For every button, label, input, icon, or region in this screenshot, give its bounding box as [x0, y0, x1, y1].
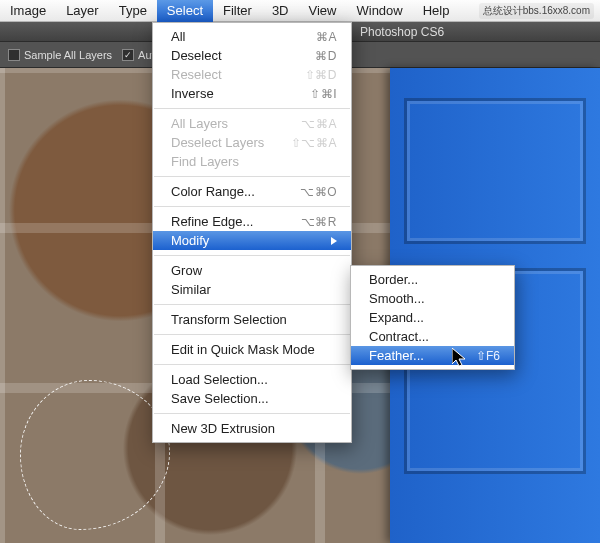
mac-menubar: Image Layer Type Select Filter 3D View W… — [0, 0, 600, 22]
watermark-badge: 总统设计bbs.16xx8.com — [479, 3, 594, 19]
menu-item-label: All Layers — [171, 116, 289, 131]
menu-separator — [154, 413, 350, 414]
menu-item-shortcut: ⇧F6 — [476, 349, 500, 363]
menu-item-grow[interactable]: Grow — [153, 261, 351, 280]
checkbox-box-icon — [8, 49, 20, 61]
menu-item-label: New 3D Extrusion — [171, 421, 337, 436]
menu-item-label: Refine Edge... — [171, 214, 289, 229]
submenu-item-border[interactable]: Border... — [351, 270, 514, 289]
menu-item-label: Reselect — [171, 67, 293, 82]
menubar-item-window[interactable]: Window — [346, 0, 412, 22]
menu-item-modify[interactable]: Modify — [153, 231, 351, 250]
menu-item-load-selection[interactable]: Load Selection... — [153, 370, 351, 389]
menu-item-label: Modify — [171, 233, 323, 248]
checkbox-sample-all-layers[interactable]: Sample All Layers — [8, 49, 112, 61]
menu-item-reselect: Reselect ⇧⌘D — [153, 65, 351, 84]
menubar-item-image[interactable]: Image — [0, 0, 56, 22]
menu-item-deselect-layers: Deselect Layers ⇧⌥⌘A — [153, 133, 351, 152]
menubar-item-select[interactable]: Select — [157, 0, 213, 22]
menu-item-save-selection[interactable]: Save Selection... — [153, 389, 351, 408]
menu-item-label: Color Range... — [171, 184, 288, 199]
menu-item-all[interactable]: All ⌘A — [153, 27, 351, 46]
menu-item-label: Transform Selection — [171, 312, 337, 327]
menu-item-find-layers: Find Layers — [153, 152, 351, 171]
menu-item-transform-selection[interactable]: Transform Selection — [153, 310, 351, 329]
menu-item-quick-mask[interactable]: Edit in Quick Mask Mode — [153, 340, 351, 359]
checkbox-label: Sample All Layers — [24, 49, 112, 61]
checkbox-box-icon: ✓ — [122, 49, 134, 61]
submenu-arrow-icon — [331, 237, 337, 245]
menu-item-similar[interactable]: Similar — [153, 280, 351, 299]
submenu-item-expand[interactable]: Expand... — [351, 308, 514, 327]
select-menu-dropdown: All ⌘A Deselect ⌘D Reselect ⇧⌘D Inverse … — [152, 22, 352, 443]
menubar-item-layer[interactable]: Layer — [56, 0, 109, 22]
menubar-right: 总统设计bbs.16xx8.com — [479, 3, 600, 19]
menu-item-shortcut: ⌘D — [315, 49, 337, 63]
menu-item-shortcut: ⌥⌘O — [300, 185, 337, 199]
menubar-item-view[interactable]: View — [299, 0, 347, 22]
menu-separator — [154, 334, 350, 335]
menu-separator — [154, 255, 350, 256]
menu-item-color-range[interactable]: Color Range... ⌥⌘O — [153, 182, 351, 201]
submenu-item-smooth[interactable]: Smooth... — [351, 289, 514, 308]
menu-item-all-layers: All Layers ⌥⌘A — [153, 114, 351, 133]
menu-item-label: Smooth... — [369, 291, 500, 306]
menu-item-inverse[interactable]: Inverse ⇧⌘I — [153, 84, 351, 103]
menu-item-label: All — [171, 29, 304, 44]
menu-item-shortcut: ⌥⌘A — [301, 117, 337, 131]
menu-item-shortcut: ⇧⌘I — [310, 87, 337, 101]
menubar-item-type[interactable]: Type — [109, 0, 157, 22]
menu-separator — [154, 206, 350, 207]
menu-item-label: Inverse — [171, 86, 298, 101]
menubar-item-filter[interactable]: Filter — [213, 0, 262, 22]
menu-item-label: Deselect Layers — [171, 135, 279, 150]
menu-item-shortcut: ⇧⌥⌘A — [291, 136, 337, 150]
menu-item-label: Load Selection... — [171, 372, 337, 387]
menu-separator — [154, 364, 350, 365]
menu-item-label: Grow — [171, 263, 337, 278]
submenu-item-contract[interactable]: Contract... — [351, 327, 514, 346]
menu-item-refine-edge[interactable]: Refine Edge... ⌥⌘R — [153, 212, 351, 231]
menu-item-shortcut: ⌥⌘R — [301, 215, 337, 229]
submenu-item-feather[interactable]: Feather... ⇧F6 — [351, 346, 514, 365]
menu-item-new-3d-extrusion[interactable]: New 3D Extrusion — [153, 419, 351, 438]
menu-separator — [154, 304, 350, 305]
menu-item-label: Feather... — [369, 348, 476, 363]
menu-separator — [154, 176, 350, 177]
menu-item-label: Find Layers — [171, 154, 337, 169]
menu-item-shortcut: ⌘A — [316, 30, 337, 44]
menubar-item-3d[interactable]: 3D — [262, 0, 299, 22]
menu-item-label: Expand... — [369, 310, 500, 325]
window-title: Photoshop CS6 — [360, 25, 444, 39]
menu-item-label: Border... — [369, 272, 500, 287]
menu-item-label: Edit in Quick Mask Mode — [171, 342, 337, 357]
menu-item-deselect[interactable]: Deselect ⌘D — [153, 46, 351, 65]
menu-item-label: Deselect — [171, 48, 303, 63]
menu-separator — [154, 108, 350, 109]
menu-item-label: Save Selection... — [171, 391, 337, 406]
menubar-item-help[interactable]: Help — [413, 0, 460, 22]
modify-submenu: Border... Smooth... Expand... Contract..… — [350, 265, 515, 370]
menu-item-shortcut: ⇧⌘D — [305, 68, 337, 82]
menu-item-label: Contract... — [369, 329, 500, 344]
menu-item-label: Similar — [171, 282, 337, 297]
